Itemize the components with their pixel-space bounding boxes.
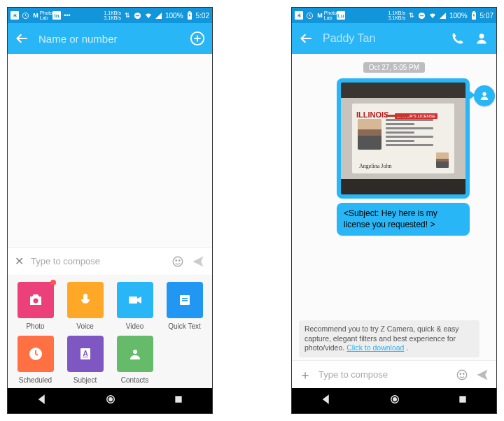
battery-pct: 100% bbox=[165, 12, 183, 20]
svg-rect-3 bbox=[188, 11, 190, 13]
app-bar: Name or number bbox=[8, 23, 212, 54]
svg-rect-14 bbox=[182, 300, 188, 301]
attach-label: Voice bbox=[76, 322, 93, 330]
profile-icon[interactable] bbox=[474, 31, 489, 46]
close-icon[interactable]: ✕ bbox=[15, 255, 24, 268]
battery-pct: 100% bbox=[449, 12, 468, 20]
more-icon: ••• bbox=[63, 11, 71, 20]
updown-icon: ⇅ bbox=[123, 11, 132, 20]
attachment-grid: Photo Voice Video Quick Text Scheduled A… bbox=[8, 275, 212, 388]
phone-compose-screen: ✶ M PhotoLab in ••• 1.1KB/s 3.1KB/s ⇅ 10… bbox=[7, 7, 213, 414]
app-bar: Paddy Tan bbox=[292, 23, 496, 54]
attach-subject[interactable]: A Subject bbox=[62, 336, 108, 384]
message-image-bubble[interactable]: ILLINOIS DRIVER'S LICENSE A bbox=[337, 78, 470, 199]
android-nav-bar bbox=[8, 388, 212, 413]
outgoing-image-message: ILLINOIS DRIVER'S LICENSE A bbox=[295, 78, 493, 199]
svg-rect-18 bbox=[83, 357, 88, 357]
photo-lab-icon: PhotoLab bbox=[42, 11, 50, 20]
svg-point-6 bbox=[173, 257, 183, 266]
clock-icon bbox=[21, 11, 29, 20]
svg-point-30 bbox=[457, 370, 467, 380]
wifi-icon bbox=[144, 11, 153, 20]
android-nav-bar bbox=[292, 388, 496, 413]
updown-icon: ⇅ bbox=[407, 11, 416, 20]
svg-point-34 bbox=[393, 398, 397, 401]
clock-icon bbox=[305, 11, 314, 20]
svg-point-19 bbox=[133, 350, 137, 354]
quicktext-icon bbox=[176, 292, 193, 308]
avatar[interactable] bbox=[474, 85, 495, 106]
recipient-input[interactable]: Name or number bbox=[38, 33, 181, 45]
svg-point-31 bbox=[460, 373, 461, 374]
svg-rect-22 bbox=[175, 396, 181, 402]
svg-rect-35 bbox=[459, 396, 465, 402]
attach-label: Photo bbox=[26, 322, 44, 330]
attach-label: Contacts bbox=[121, 376, 148, 384]
attach-quicktext[interactable]: Quick Text bbox=[161, 282, 208, 330]
clock-time: 5:02 bbox=[196, 12, 209, 20]
nav-home-icon[interactable] bbox=[388, 393, 401, 408]
compose-input[interactable]: Type to compose bbox=[31, 256, 164, 266]
battery-icon bbox=[470, 11, 478, 20]
id-photo bbox=[358, 119, 382, 150]
mic-icon bbox=[77, 292, 94, 308]
outgoing-text-message[interactable]: <Subject: Hey here is my license you req… bbox=[337, 203, 470, 236]
nav-back-icon[interactable] bbox=[320, 393, 332, 408]
dnd-icon bbox=[134, 11, 142, 20]
app-icon: ✶ bbox=[10, 11, 19, 20]
message-list-empty bbox=[8, 54, 212, 247]
clock-icon bbox=[27, 345, 44, 362]
emoji-icon[interactable] bbox=[456, 369, 468, 381]
promo-link[interactable]: Click to download bbox=[346, 343, 404, 352]
emoji-icon[interactable] bbox=[172, 255, 184, 268]
call-icon[interactable] bbox=[450, 31, 465, 46]
id-state: ILLINOIS bbox=[356, 110, 388, 119]
compose-input[interactable]: Type to compose bbox=[318, 369, 449, 380]
net-speed: 1.1KB/s 3.1KB/s bbox=[388, 10, 405, 20]
attach-label: Quick Text bbox=[168, 322, 201, 330]
clock-time: 5:07 bbox=[480, 12, 493, 20]
attach-icon[interactable]: ＋ bbox=[299, 366, 312, 383]
contact-icon bbox=[127, 345, 144, 362]
net-speed: 1.1KB/s 3.1KB/s bbox=[104, 10, 121, 20]
status-bar: ✶ M PhotoLab Lu 1.1KB/s 3.1KB/s ⇅ 100% 5… bbox=[292, 8, 496, 23]
id-photo-small bbox=[436, 152, 449, 168]
svg-rect-2 bbox=[136, 15, 140, 15]
nav-back-icon[interactable] bbox=[36, 393, 48, 408]
nav-home-icon[interactable] bbox=[104, 393, 117, 408]
signal-icon bbox=[155, 11, 163, 20]
nav-recent-icon[interactable] bbox=[457, 394, 468, 408]
attach-label: Video bbox=[126, 322, 144, 330]
video-icon bbox=[127, 292, 144, 308]
attach-scheduled[interactable]: Scheduled bbox=[12, 336, 59, 384]
svg-point-29 bbox=[482, 92, 486, 96]
nav-recent-icon[interactable] bbox=[173, 394, 184, 408]
dnd-icon bbox=[418, 11, 426, 20]
m-icon: M bbox=[31, 11, 40, 20]
attach-label: Scheduled bbox=[19, 376, 52, 384]
lu-icon: Lu bbox=[337, 11, 345, 20]
send-icon[interactable] bbox=[191, 255, 205, 269]
add-contact-icon[interactable] bbox=[190, 31, 205, 46]
id-signature: Angelina John bbox=[359, 163, 391, 169]
status-bar: ✶ M PhotoLab in ••• 1.1KB/s 3.1KB/s ⇅ 10… bbox=[8, 8, 212, 23]
svg-rect-11 bbox=[129, 297, 137, 304]
attach-photo[interactable]: Photo bbox=[12, 282, 59, 330]
attach-voice[interactable]: Voice bbox=[62, 282, 108, 330]
attach-video[interactable]: Video bbox=[111, 282, 158, 330]
signal-icon bbox=[439, 11, 447, 20]
attach-contacts[interactable]: Contacts bbox=[111, 336, 158, 384]
wifi-icon bbox=[428, 11, 437, 20]
back-icon[interactable] bbox=[15, 31, 30, 46]
subject-icon: A bbox=[77, 345, 94, 362]
svg-point-21 bbox=[109, 398, 113, 401]
svg-point-32 bbox=[463, 373, 465, 374]
battery-icon bbox=[186, 11, 194, 20]
back-icon[interactable] bbox=[299, 31, 314, 46]
svg-point-9 bbox=[33, 299, 38, 304]
camera-icon bbox=[27, 292, 44, 308]
id-card-image: ILLINOIS DRIVER'S LICENSE A bbox=[341, 83, 465, 194]
svg-point-8 bbox=[179, 259, 181, 261]
send-icon[interactable] bbox=[475, 368, 489, 382]
contact-name[interactable]: Paddy Tan bbox=[323, 32, 442, 45]
